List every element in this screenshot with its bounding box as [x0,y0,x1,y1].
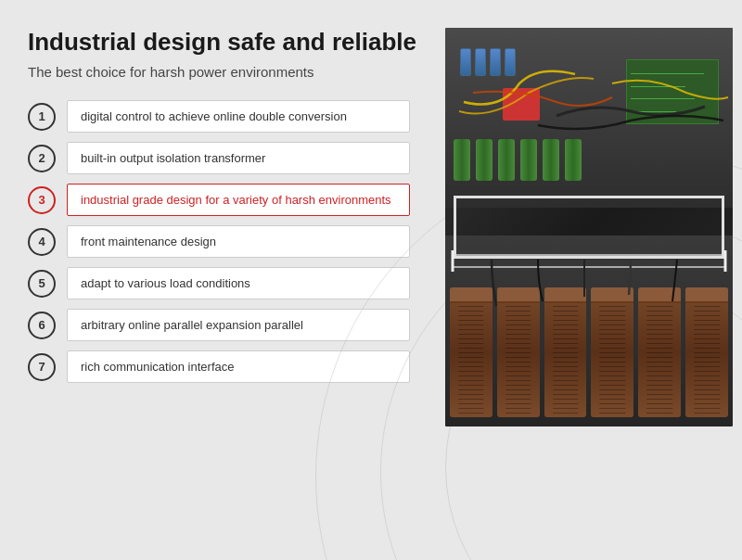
image-container [445,28,733,426]
item-number-3: 3 [28,186,56,214]
page-title: Industrial design safe and reliable [28,28,427,57]
item-number-2: 2 [28,145,56,172]
main-container: Industrial design safe and reliable The … [0,0,742,560]
coils-row [450,287,728,417]
item-box-6: arbitrary online parallel expansion para… [67,309,410,341]
coil-6 [685,287,728,417]
item-box-3: industrial grade design for a variety of… [67,184,410,216]
feature-item-5: 5 adapt to various load conditions [28,267,427,299]
feature-item-3: 3 industrial grade design for a variety … [28,184,427,216]
coil-3 [544,287,587,417]
product-image [445,28,733,426]
coil-1 [450,287,493,417]
item-number-5: 5 [28,270,56,298]
item-box-2: built-in output isolation transformer [67,142,410,174]
item-number-6: 6 [28,312,56,339]
item-number-4: 4 [28,228,56,256]
coil-5 [638,287,681,417]
item-box-7: rich communication interface [67,350,410,383]
item-number-1: 1 [28,103,56,131]
feature-item-7: 7 rich communication interface [28,350,427,383]
feature-item-4: 4 front maintenance design [28,225,427,258]
feature-item-6: 6 arbitrary online parallel expansion pa… [28,309,427,341]
transformer-top [503,88,540,121]
features-list: 1 digital control to achieve online doub… [28,100,427,383]
left-panel: Industrial design safe and reliable The … [28,28,427,541]
item-box-5: adapt to various load conditions [67,267,410,299]
right-panel [445,28,733,541]
page-subtitle: The best choice for harsh power environm… [28,64,427,80]
feature-item-1: 1 digital control to achieve online doub… [28,100,427,133]
cylinders [454,139,582,181]
pcb-board [626,59,719,124]
capacitors [460,48,516,76]
item-number-7: 7 [28,353,56,381]
rack-frame [454,196,723,260]
coil-2 [497,287,540,417]
coil-4 [591,287,633,417]
item-box-4: front maintenance design [67,225,410,258]
item-box-1: digital control to achieve online double… [67,100,410,133]
feature-item-2: 2 built-in output isolation transformer [28,142,427,174]
coils-section [445,235,733,426]
